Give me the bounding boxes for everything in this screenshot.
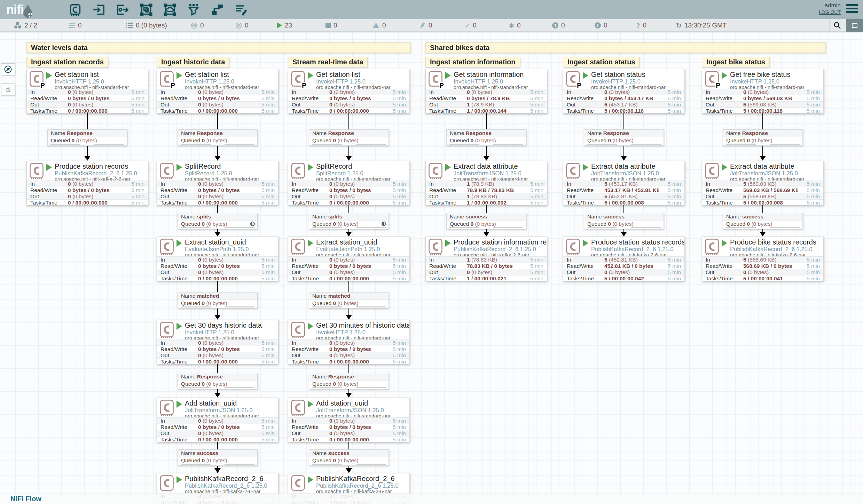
processor[interactable]: PGet free bike statusInvokeHTTP 1.25.0or… xyxy=(702,69,824,113)
processor-drag-button[interactable] xyxy=(68,2,83,17)
processor-type: PublishKafkaRecord_2_6 1.25.0 xyxy=(316,482,399,489)
processor[interactable]: Extract station_uuidEvaluateJsonPath 1.2… xyxy=(157,237,278,281)
stat-row: Out0 (0 bytes)5 min xyxy=(702,269,823,275)
connection-label[interactable]: Name matchedQueued 0 (0 bytes) xyxy=(309,292,389,309)
section-label[interactable]: Ingest station information xyxy=(425,57,520,67)
processor[interactable]: Extract data attributeJoltTransformJSON … xyxy=(702,161,824,205)
connection-label[interactable]: Name splitsQueued 0 (0 bytes) xyxy=(178,213,258,229)
template-drag-button[interactable] xyxy=(210,2,225,17)
run-status-icon xyxy=(445,164,451,171)
connection-label[interactable]: Name successQueued 0 (0 bytes) xyxy=(309,449,389,466)
funnel-drag-button[interactable] xyxy=(186,2,201,17)
processor-icon xyxy=(429,163,442,179)
stat-row: In0 (0 bytes)5 min xyxy=(702,89,823,95)
processor[interactable]: PGet station informationInvokeHTTP 1.25.… xyxy=(425,69,547,113)
remote-process-group-drag-button[interactable] xyxy=(162,2,178,17)
name-label: Name xyxy=(181,293,195,299)
processor[interactable]: Add station_uuidJoltTransformJSON 1.25.0… xyxy=(288,398,410,442)
processor-type: JoltTransformJSON 1.25.0 xyxy=(316,407,391,413)
processor[interactable]: PGet station listInvokeHTTP 1.25.0org.ap… xyxy=(157,69,278,113)
relationship-name: success xyxy=(197,450,218,456)
processor[interactable]: Produce station recordsPublishKafkaRecor… xyxy=(26,161,148,205)
processor-bundle: org.apache.nifi - nifi-standard-nar xyxy=(185,413,259,417)
processor[interactable]: Produce bike status recordsPublishKafkaR… xyxy=(702,237,824,281)
connection-label[interactable]: Name matchedQueued 0 (0 bytes) xyxy=(178,292,258,309)
processor[interactable]: SplitRecordSplitRecord 1.25.0org.apache.… xyxy=(288,161,410,205)
global-menu-button[interactable] xyxy=(846,4,858,15)
connection-label[interactable]: Name ResponseQueued 0 (0 bytes) xyxy=(47,129,127,146)
processor[interactable]: PGet station listInvokeHTTP 1.25.0org.ap… xyxy=(26,69,148,113)
stat-value: 0 bytes / 0 bytes xyxy=(198,263,253,269)
processor[interactable]: PGet station statusInvokeHTTP 1.25.0org.… xyxy=(563,69,685,113)
connection-queued-row: Queued 0 (0 bytes) xyxy=(584,137,664,145)
logout-link[interactable]: LOG OUT xyxy=(819,9,841,15)
connection-label[interactable]: Name ResponseQueued 0 (0 bytes) xyxy=(723,129,803,146)
stat-label: Out xyxy=(160,102,198,107)
input-port-drag-button[interactable] xyxy=(91,2,107,17)
connection-label[interactable]: Name ResponseQueued 0 (0 bytes) xyxy=(584,129,664,146)
section-label[interactable]: Ingest station status xyxy=(563,57,640,67)
breadcrumb[interactable]: NiFi Flow xyxy=(10,495,41,503)
processor[interactable]: Get 30 days historic dataInvokeHTTP 1.25… xyxy=(157,320,278,364)
connection-label[interactable]: Name ResponseQueued 0 (0 bytes) xyxy=(178,373,258,389)
queue-indicator-bar xyxy=(181,144,211,145)
stat-value: 569.03 KB / 568.69 KB xyxy=(743,187,798,193)
processor[interactable]: Extract data attributeJoltTransformJSON … xyxy=(425,161,547,205)
connection-name-row: Name success xyxy=(584,213,664,221)
process-group-drag-button[interactable] xyxy=(139,2,154,17)
processor-header: Add station_uuidJoltTransformJSON 1.25.0… xyxy=(288,398,409,417)
stat-label: Out xyxy=(160,269,198,275)
queued-label: Queued xyxy=(726,137,745,143)
flow-canvas[interactable]: ☝ Water levels dataShared bikes dataInge… xyxy=(0,32,863,504)
processor[interactable]: Produce station information rec...Publis… xyxy=(425,237,547,281)
stat-row: Tasks/Time0 / 00:00:00.0005 min xyxy=(157,358,278,365)
stat-row: In1 (78.83 KB)5 min xyxy=(426,256,547,263)
processor[interactable]: PGet station listInvokeHTTP 1.25.0org.ap… xyxy=(288,69,410,113)
connection-label[interactable]: Name ResponseQueued 0 (0 bytes) xyxy=(309,129,389,146)
processor[interactable]: Add station_uuidJoltTransformJSON 1.25.0… xyxy=(157,398,278,442)
section-label[interactable]: Stream real-time data xyxy=(288,57,368,67)
connection-label[interactable]: Name ResponseQueued 0 (0 bytes) xyxy=(309,373,389,389)
connection-label[interactable]: Name ResponseQueued 0 (0 bytes) xyxy=(446,129,526,146)
stat-label: Read/Write xyxy=(30,95,68,101)
connection-label[interactable]: Name successQueued 0 (0 bytes) xyxy=(584,213,664,229)
group-label[interactable]: Water levels data xyxy=(26,42,411,53)
stat-label: Read/Write xyxy=(706,95,743,101)
navigate-palette-button[interactable] xyxy=(1,63,15,75)
label-drag-button[interactable] xyxy=(233,2,249,17)
section-label[interactable]: Ingest station records xyxy=(26,57,108,67)
stat-row: In1 (78.9 KB)5 min xyxy=(426,181,547,187)
stat-row: Read/Write0 bytes / 453.17 KB5 min xyxy=(563,95,684,101)
stat-row: In0 (0 bytes)5 min xyxy=(563,89,684,95)
stat-label: Read/Write xyxy=(160,346,198,352)
section-label[interactable]: Ingest historic data xyxy=(157,57,229,67)
section-label[interactable]: Ingest bike status xyxy=(702,57,770,67)
stat-window: 5 min xyxy=(659,108,681,114)
connection-label[interactable]: Name successQueued 0 (0 bytes) xyxy=(178,449,258,466)
processor[interactable]: Extract station_uuidEvaluateJsonPath 1.2… xyxy=(288,237,410,281)
connection-label[interactable]: Name successQueued 0 (0 bytes) xyxy=(446,213,526,229)
output-port-drag-button[interactable] xyxy=(115,2,130,17)
refresh-icon[interactable]: ↻ xyxy=(676,22,682,29)
operate-palette-button[interactable]: ☝ xyxy=(1,83,15,95)
connection-arrowhead xyxy=(84,156,91,161)
connection-label[interactable]: Name successQueued 0 (0 bytes) xyxy=(723,213,803,229)
processor[interactable]: Produce station status recordsPublishKaf… xyxy=(563,237,685,281)
processor-icon xyxy=(705,163,719,179)
search-button[interactable] xyxy=(829,19,845,32)
processor-text: Get 30 minutes of historic dataInvokeHTT… xyxy=(316,320,409,339)
processor[interactable]: SplitRecordSplitRecord 1.25.0org.apache.… xyxy=(157,161,278,205)
stat-window: 5 min xyxy=(123,95,144,101)
processor-header: PublishKafkaRecord_2_6PublishKafkaRecord… xyxy=(157,473,278,493)
group-label[interactable]: Shared bikes data xyxy=(425,42,826,53)
connection-label[interactable]: Name splitsQueued 0 (0 bytes) xyxy=(309,213,389,229)
connection-label[interactable]: Name ResponseQueued 0 (0 bytes) xyxy=(178,129,258,146)
processor[interactable]: Extract data attributeJoltTransformJSON … xyxy=(563,161,685,205)
stat-window: 5 min xyxy=(384,437,406,442)
processor-name: Produce station information rec... xyxy=(454,238,547,246)
stat-row: Tasks/Time0 / 00:00:00.0005 min xyxy=(157,436,278,442)
processor[interactable]: Get 30 minutes of historic dataInvokeHTT… xyxy=(288,320,410,364)
queued-label: Queued xyxy=(587,221,606,227)
stat-row: Tasks/Time5 / 00:00:00.1185 min xyxy=(702,107,823,114)
birdseye-toggle-button[interactable] xyxy=(846,19,863,32)
